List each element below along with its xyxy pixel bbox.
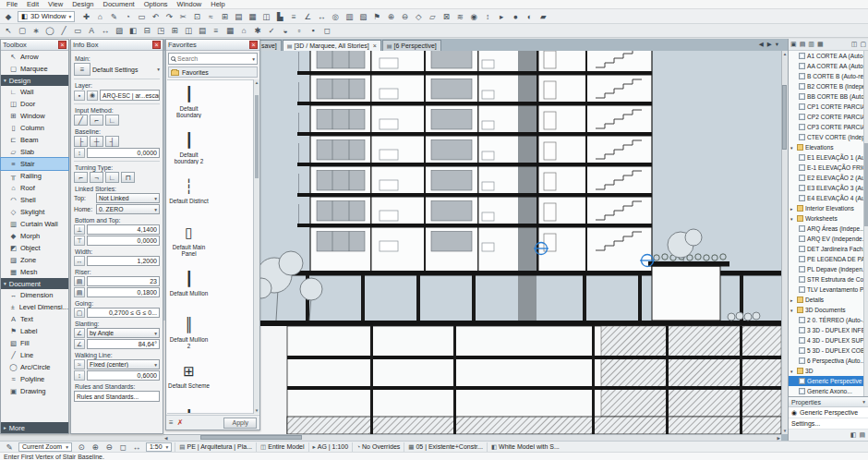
layer-selector[interactable]: ARQ-ESC | ar...escada.ARQ...	[100, 90, 160, 101]
toolbox-item[interactable]: ⊞ Window	[1, 110, 68, 122]
menu-item[interactable]: Edit	[22, 0, 43, 9]
toolbar-icon[interactable]: ▭	[71, 25, 84, 37]
toolbar-icon[interactable]: ↕	[481, 10, 494, 22]
toolbox-item[interactable]: ▯ Column	[1, 122, 68, 134]
quick-option-chip[interactable]: ◔ No Overrides	[352, 442, 404, 452]
tab-scroll-icon[interactable]: ▾	[776, 41, 778, 48]
navigator-tree-item[interactable]: B CORTE B (Auto-re...	[789, 71, 863, 81]
favorite-item[interactable]: ┃ Default Mullion	[167, 265, 211, 311]
navigator-tree-item[interactable]: DET Jardineira Fach...	[789, 244, 863, 254]
scroll-down-icon[interactable]: ▼	[255, 408, 259, 413]
input-method-option[interactable]: ⌐	[90, 115, 103, 126]
navigator-map-icon[interactable]: ▦	[817, 41, 824, 48]
toolbar-icon[interactable]: A	[85, 25, 98, 37]
apply-button[interactable]: Apply	[223, 418, 257, 429]
close-icon[interactable]: ×	[152, 41, 161, 49]
toolbox-item[interactable]: ▧ Fill	[1, 337, 68, 349]
toolbox-header[interactable]: Toolbox ×	[1, 40, 68, 51]
toolbar-icon[interactable]: ◫	[259, 10, 272, 22]
navigator-tree-item[interactable]: BB CORTE BB (Auto...	[789, 91, 863, 102]
baseline-offset-field[interactable]: 0,0000	[87, 148, 160, 158]
toolbox-item[interactable]: ≡ Stair	[1, 158, 68, 170]
favorites-header[interactable]: Favorites ×	[166, 40, 259, 51]
menu-item[interactable]: File	[2, 0, 22, 9]
navigator-tree-item[interactable]: ▾ 3D	[789, 366, 863, 376]
navigator-tree-item[interactable]: ARQ EV (independe...	[789, 234, 863, 244]
toolbox-item[interactable]: ∟ Wall	[1, 86, 68, 98]
toolbox-item[interactable]: A Text	[1, 313, 68, 325]
properties-footer-icon[interactable]: ▤	[859, 431, 865, 439]
tab-3d-marquee[interactable]: ▤ [3D / Marquee, All Stories] ×	[283, 40, 381, 51]
toolbox-section-document[interactable]: ▾ Document	[1, 278, 68, 289]
close-icon[interactable]: ×	[249, 41, 258, 49]
expand-arrow-icon[interactable]: ▾	[790, 216, 795, 222]
toolbar-icon[interactable]: ≡	[210, 25, 223, 37]
navigator-tree-item[interactable]: STR Estrutura de Co...	[789, 274, 863, 284]
navigator-tree-item[interactable]: E3 ELEVAÇÃO 3 (Au...	[789, 183, 863, 193]
list-view-icon[interactable]: ≡	[169, 418, 174, 427]
navigator-tree-item[interactable]: TLV Levantamento P...	[789, 284, 863, 295]
toolbox-item[interactable]: ◠ Shell	[1, 194, 68, 206]
toolbar-icon[interactable]: ◒	[279, 25, 292, 37]
menu-item[interactable]: Design	[67, 0, 98, 9]
navigator-option-icon[interactable]: ▢	[860, 41, 866, 48]
toolbox-item[interactable]: ▥ Curtain Wall	[1, 218, 68, 230]
navigator-tree-item[interactable]: 3 3D - DUPLEX INFER...	[789, 325, 863, 335]
chevron-down-icon[interactable]: ▾	[157, 67, 160, 72]
toolbar-icon[interactable]: ◳	[154, 25, 167, 37]
toolbar-icon[interactable]: ▨	[113, 25, 126, 37]
navigator-tree-item[interactable]: A1 CORTE AA (Auto-r...	[789, 51, 863, 61]
baseline-option[interactable]: ┼	[90, 136, 103, 147]
going-field[interactable]: 0,2700 ≤ G ≤ 0...	[87, 308, 160, 318]
chevron-down-icon[interactable]: ▾	[862, 399, 865, 405]
navigator-tree-item[interactable]: ▾ Elevations	[789, 142, 863, 152]
quick-option-chip[interactable]: ◧ White Model with S...	[487, 442, 563, 452]
navigator-tree-item[interactable]: E2 ELEVAÇÃO 2 (Au...	[789, 173, 863, 183]
toolbox-item[interactable]: ▱ Slab	[1, 146, 68, 158]
toolbar-icon[interactable]: ⊞	[218, 10, 231, 22]
slanting-mode-dropdown[interactable]: by Angle ▾	[87, 328, 160, 338]
toolbar-icon[interactable]: ▤	[196, 25, 209, 37]
walking-line-mode-dropdown[interactable]: Fixed (center) ▾	[87, 359, 160, 369]
bottom-offset-field[interactable]: 4,1400	[87, 224, 160, 235]
toolbar-icon[interactable]: ▫	[293, 25, 306, 37]
favorite-item[interactable]: ▯ Default Main Panel	[167, 219, 211, 265]
toolbox-item[interactable]: ▢ Marquee	[1, 63, 68, 75]
expand-arrow-icon[interactable]: ▸	[790, 206, 795, 212]
navigator-tree-item[interactable]: CTEV CORTE (Indep...	[789, 132, 863, 142]
navigator-tree-item[interactable]: 4 3D - DUPLEX SUPE...	[789, 335, 863, 345]
toolbar-icon[interactable]: ◻	[320, 25, 333, 37]
toolbar-icon[interactable]: ⊟	[140, 25, 153, 37]
navigator-tree-item[interactable]: PL Depave (indepen...	[789, 264, 863, 274]
scroll-left-icon[interactable]: ◀	[164, 436, 167, 441]
riser-height-field[interactable]: 0,1800	[87, 287, 160, 297]
turning-type-option[interactable]: ⌐	[74, 172, 88, 183]
tab-perspective[interactable]: ▤ [6 Perspective]	[382, 40, 441, 51]
scroll-up-icon[interactable]: ▲	[255, 80, 259, 85]
toolbar-icon[interactable]: ▦	[223, 25, 236, 37]
navigator-tree-item[interactable]: ▾ 3D Documents	[789, 305, 863, 315]
toolbar-icon[interactable]: ▰	[536, 10, 549, 22]
layer-visibility-icon[interactable]: ◉	[87, 91, 98, 101]
expand-arrow-icon[interactable]: ▾	[790, 308, 795, 313]
rules-selector[interactable]: Rules and Standards...	[74, 391, 160, 402]
toolbar-icon[interactable]: ╱	[57, 25, 70, 37]
toolbar-icon[interactable]: ▥	[343, 10, 356, 22]
toolbar-icon[interactable]: ▸	[495, 10, 508, 22]
navigator-tree-item[interactable]: CP2 CORTE PARCIAL...	[789, 112, 863, 122]
toolbox-item[interactable]: ≈ Polyline	[1, 373, 68, 385]
favorite-item[interactable]: ┆ Default Distinct	[167, 173, 211, 219]
toolbar-icon[interactable]: ⊕	[384, 10, 397, 22]
favorites-scroll-thumb[interactable]	[255, 95, 259, 178]
expand-arrow-icon[interactable]: ▸	[790, 297, 795, 303]
toolbar-icon[interactable]: ⊞	[168, 25, 181, 37]
navigator-map-icon[interactable]: ▥	[808, 41, 814, 48]
toolbox-item[interactable]: ▨ Zone	[1, 254, 68, 266]
search-input[interactable]	[177, 55, 250, 62]
toolbar-icon[interactable]: ✂	[176, 10, 189, 22]
navigator-tree-item[interactable]: ▸ Details	[789, 295, 863, 305]
toolbar-icon[interactable]: ▢	[16, 25, 29, 37]
quick-option-chip[interactable]: ▸ AG | 1:100	[308, 442, 353, 452]
toolbox-item[interactable]: ◫ Door	[1, 98, 68, 110]
input-method-option[interactable]: ∟	[105, 115, 119, 126]
